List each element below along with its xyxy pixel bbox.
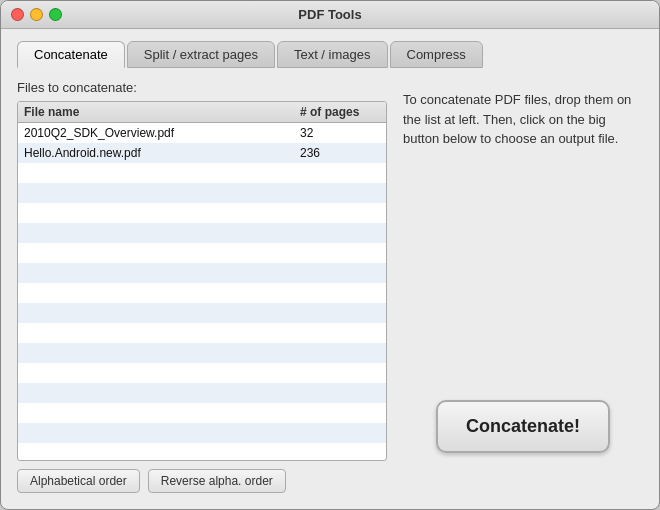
- table-row-empty: [18, 283, 386, 303]
- alphabetical-order-button[interactable]: Alphabetical order: [17, 469, 140, 493]
- table-row[interactable]: Hello.Android.new.pdf 236: [18, 143, 386, 163]
- title-bar: PDF Tools: [1, 1, 659, 29]
- window-controls: [11, 8, 62, 21]
- table-row-empty: [18, 323, 386, 343]
- file-table: File name # of pages 2010Q2_SDK_Overview…: [17, 101, 387, 461]
- minimize-button[interactable]: [30, 8, 43, 21]
- table-row-empty: [18, 303, 386, 323]
- tab-text-images[interactable]: Text / images: [277, 41, 388, 68]
- table-row-empty: [18, 383, 386, 403]
- col-header-filename: File name: [24, 105, 300, 119]
- main-area: Files to concatenate: File name # of pag…: [17, 80, 643, 493]
- table-row-empty: [18, 403, 386, 423]
- table-row-empty: [18, 163, 386, 183]
- table-row-empty: [18, 263, 386, 283]
- app-window: PDF Tools Concatenate Split / extract pa…: [0, 0, 660, 510]
- table-row-empty: [18, 363, 386, 383]
- files-label: Files to concatenate:: [17, 80, 387, 95]
- concatenate-button[interactable]: Concatenate!: [436, 400, 610, 453]
- table-row-empty: [18, 243, 386, 263]
- window-title: PDF Tools: [298, 7, 361, 22]
- table-body: 2010Q2_SDK_Overview.pdf 32 Hello.Android…: [18, 123, 386, 460]
- table-row[interactable]: 2010Q2_SDK_Overview.pdf 32: [18, 123, 386, 143]
- tab-bar: Concatenate Split / extract pages Text /…: [17, 41, 643, 68]
- tab-concatenate[interactable]: Concatenate: [17, 41, 125, 68]
- cell-filename: Hello.Android.new.pdf: [24, 146, 300, 160]
- tab-compress[interactable]: Compress: [390, 41, 483, 68]
- cell-pages: 32: [300, 126, 380, 140]
- col-header-pages: # of pages: [300, 105, 380, 119]
- table-header: File name # of pages: [18, 102, 386, 123]
- reverse-alpha-button[interactable]: Reverse alpha. order: [148, 469, 286, 493]
- table-row-empty: [18, 423, 386, 443]
- sort-buttons: Alphabetical order Reverse alpha. order: [17, 469, 387, 493]
- tab-split[interactable]: Split / extract pages: [127, 41, 275, 68]
- table-row-empty: [18, 203, 386, 223]
- close-button[interactable]: [11, 8, 24, 21]
- table-row-empty: [18, 223, 386, 243]
- maximize-button[interactable]: [49, 8, 62, 21]
- cell-filename: 2010Q2_SDK_Overview.pdf: [24, 126, 300, 140]
- content-area: Concatenate Split / extract pages Text /…: [1, 29, 659, 509]
- instructions-text: To concatenate PDF files, drop them on t…: [403, 90, 643, 149]
- left-panel: Files to concatenate: File name # of pag…: [17, 80, 387, 493]
- right-panel: To concatenate PDF files, drop them on t…: [403, 80, 643, 493]
- table-row-empty: [18, 183, 386, 203]
- table-row-empty: [18, 343, 386, 363]
- cell-pages: 236: [300, 146, 380, 160]
